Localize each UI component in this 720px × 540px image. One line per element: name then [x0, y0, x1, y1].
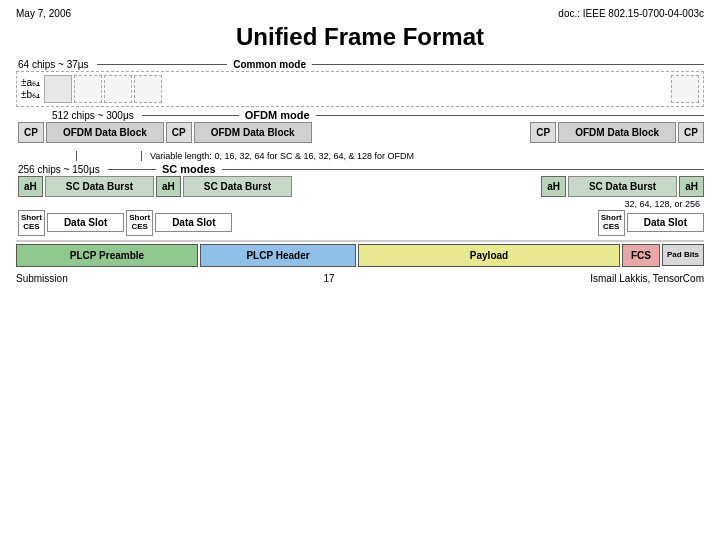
data-slot-1: Data Slot [47, 213, 124, 232]
sc-ah-1: aH [18, 176, 43, 197]
plcp-pad: Pad Bits [662, 244, 704, 266]
pm-block-1 [44, 75, 72, 103]
chips-512-label: 512 chips ~ 300μs [52, 110, 134, 121]
date: May 7, 2006 [16, 8, 71, 19]
short-ces-2: Short CES [126, 210, 153, 236]
data-slot-row: Short CES Data Slot Short CES Data Slot … [18, 210, 704, 236]
ofdm-mode-label: OFDM mode [245, 109, 310, 121]
pm-a64: ±a₆₄ [21, 77, 40, 89]
ofdm-cp-1: CP [18, 122, 44, 143]
ofdm-cp-3: CP [530, 122, 556, 143]
sc-data-3: SC Data Burst [568, 176, 677, 197]
page: May 7, 2006 doc.: IEEE 802.15-0700-04-00… [0, 0, 720, 540]
sc-data-1: SC Data Burst [45, 176, 154, 197]
plcp-payload: Payload [358, 244, 620, 267]
ofdm-row: CP OFDM Data Block CP OFDM Data Block CP… [18, 122, 704, 143]
sc-row: aH SC Data Burst aH SC Data Burst aH SC … [18, 176, 704, 197]
plcp-fcs: FCS [622, 244, 660, 267]
page-number: 17 [323, 273, 334, 284]
data-slot-2: Data Slot [155, 213, 232, 232]
header-row: May 7, 2006 doc.: IEEE 802.15-0700-04-00… [16, 8, 704, 19]
pm-block-2 [74, 75, 102, 103]
chip-counts: 32, 64, 128, or 256 [624, 199, 700, 209]
author: Ismail Lakkis, TensorCom [590, 273, 704, 284]
short-ces-1: Short CES [18, 210, 45, 236]
data-slot-3: Data Slot [627, 213, 704, 232]
sc-ah-3: aH [541, 176, 566, 197]
plcp-header: PLCP Header [200, 244, 356, 267]
pm-block-4 [134, 75, 162, 103]
chips-256-label: 256 chips ~ 150μs [18, 164, 100, 175]
ofdm-data-1: OFDM Data Block [46, 122, 164, 143]
pm-block-right [671, 75, 699, 103]
ofdm-data-3: OFDM Data Block [558, 122, 676, 143]
ofdm-cp-4: CP [678, 122, 704, 143]
short-ces-3: Short CES [598, 210, 625, 236]
pm-b64: ±b₆₄ [21, 89, 40, 101]
footer-row: Submission 17 Ismail Lakkis, TensorCom [16, 273, 704, 284]
ofdm-data-2: OFDM Data Block [194, 122, 312, 143]
sc-modes-label: SC modes [162, 163, 216, 175]
page-title: Unified Frame Format [16, 23, 704, 51]
variable-length-note: Variable length: 0, 16, 32, 64 for SC & … [150, 151, 414, 161]
sc-ah-2: aH [156, 176, 181, 197]
chips-64-label: 64 chips ~ 37μs [18, 59, 89, 70]
submission-label: Submission [16, 273, 68, 284]
plcp-preamble: PLCP Preamble [16, 244, 198, 267]
doc-ref: doc.: IEEE 802.15-0700-04-003c [558, 8, 704, 19]
sc-ah-4: aH [679, 176, 704, 197]
ofdm-cp-2: CP [166, 122, 192, 143]
plcp-row: PLCP Preamble PLCP Header Payload FCS Pa… [16, 244, 704, 267]
sc-data-2: SC Data Burst [183, 176, 292, 197]
pm-block-3 [104, 75, 132, 103]
common-mode-label: Common mode [233, 59, 306, 70]
